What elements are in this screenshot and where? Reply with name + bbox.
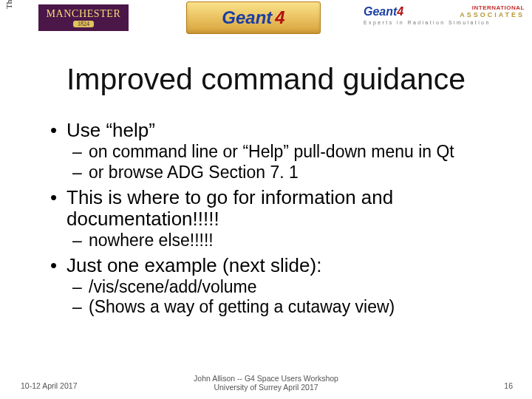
bullet-1a: on command line or “Help” pull-down menu… bbox=[50, 143, 501, 162]
bullet-3b: (Shows a way of getting a cutaway view) bbox=[50, 298, 501, 317]
bullet-1b: or browse ADG Section 7. 1 bbox=[50, 163, 501, 183]
bullet-3a: /vis/scene/add/volume bbox=[50, 278, 501, 297]
footer-center-line2: University of Surrey April 2017 bbox=[0, 383, 532, 392]
geant4-logo: Geant 4 bbox=[186, 1, 321, 34]
footer-center: John Allison -- G4 Space Users Workshop … bbox=[0, 374, 532, 392]
slide-title: Improved command guidance bbox=[0, 62, 532, 97]
bullet-2a: nowhere else!!!!! bbox=[50, 231, 501, 250]
manchester-badge-year: 1824 bbox=[73, 21, 94, 27]
associates-word: ASSOCIATES bbox=[460, 11, 525, 18]
footer: 10-12 April 2017 John Allison -- G4 Spac… bbox=[0, 369, 532, 392]
slide: The University of Manchester MANCHESTER … bbox=[0, 0, 532, 399]
bullet-2: This is where to go for information and … bbox=[50, 187, 501, 230]
manchester-badge-text: MANCHESTER bbox=[47, 8, 121, 20]
footer-center-line1: John Allison -- G4 Space Users Workshop bbox=[0, 374, 532, 383]
associates-intl: INTERNATIONAL bbox=[460, 4, 525, 11]
bullet-3: Just one example (next slide): bbox=[50, 255, 501, 276]
header: The University of Manchester MANCHESTER … bbox=[0, 1, 532, 35]
associates-logo: Geant4 INTERNATIONAL ASSOCIATES Experts … bbox=[364, 4, 525, 34]
geant4-logo-text: Geant bbox=[222, 7, 272, 28]
geant4-logo-number: 4 bbox=[272, 7, 284, 28]
manchester-badge: MANCHESTER 1824 bbox=[38, 4, 129, 31]
associates-geant4-text: Geant4 bbox=[364, 5, 403, 18]
slide-body: Use “help” on command line or “Help” pul… bbox=[50, 120, 501, 318]
footer-page-number: 16 bbox=[504, 381, 513, 390]
associates-subtitle: Experts in Radiation Simulation bbox=[364, 20, 525, 25]
bullet-1: Use “help” bbox=[50, 120, 501, 141]
